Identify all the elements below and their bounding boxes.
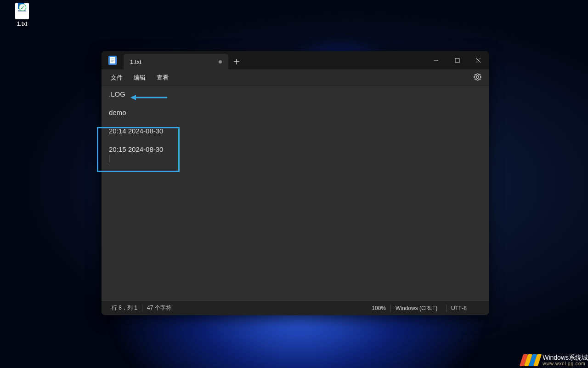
status-zoom[interactable]: 100% xyxy=(367,305,390,311)
maximize-button[interactable] xyxy=(447,51,468,69)
watermark: Windows系统城 www.wxcLgg.com xyxy=(521,354,588,366)
menu-edit[interactable]: 编辑 xyxy=(128,72,151,84)
minimize-button[interactable] xyxy=(425,51,447,69)
settings-button[interactable] xyxy=(470,71,485,84)
menu-view[interactable]: 查看 xyxy=(151,72,174,84)
tab-title: 1.txt xyxy=(130,58,141,65)
gear-icon xyxy=(474,73,481,81)
checkmark-badge-icon: ✓ xyxy=(19,4,26,11)
watermark-logo-icon xyxy=(521,354,540,366)
menu-file[interactable]: 文件 xyxy=(105,72,128,84)
watermark-url: www.wxcLgg.com xyxy=(543,361,588,366)
editor-textarea[interactable]: .LOG demo 20:14 2024-08-30 20:15 2024-08… xyxy=(102,86,489,300)
modified-indicator-icon xyxy=(219,60,222,63)
window-controls xyxy=(425,51,489,69)
status-line-ending[interactable]: Windows (CRLF) xyxy=(391,305,446,311)
status-encoding[interactable]: UTF-8 xyxy=(447,305,483,311)
tab-active[interactable]: 1.txt xyxy=(124,54,228,69)
close-button[interactable] xyxy=(468,51,489,69)
desktop-icon-label: 1.txt xyxy=(8,21,36,27)
txt-file-icon: ⟳ ✓ xyxy=(15,3,29,19)
statusbar: 行 8，列 1 47 个字符 100% Windows (CRLF) UTF-8 xyxy=(102,300,489,315)
desktop-file-icon[interactable]: ⟳ ✓ 1.txt xyxy=(8,3,36,27)
status-char-count: 47 个字符 xyxy=(142,304,176,312)
titlebar[interactable]: 1.txt xyxy=(102,51,489,69)
notepad-window: 1.txt 文件 编辑 查看 .LOG demo xyxy=(102,51,489,315)
menubar: 文件 编辑 查看 xyxy=(102,69,489,86)
notepad-app-icon xyxy=(102,51,124,69)
svg-rect-8 xyxy=(455,58,459,63)
status-cursor-position: 行 8，列 1 xyxy=(107,304,142,312)
new-tab-button[interactable] xyxy=(228,54,245,69)
watermark-title: Windows系统城 xyxy=(543,354,588,361)
